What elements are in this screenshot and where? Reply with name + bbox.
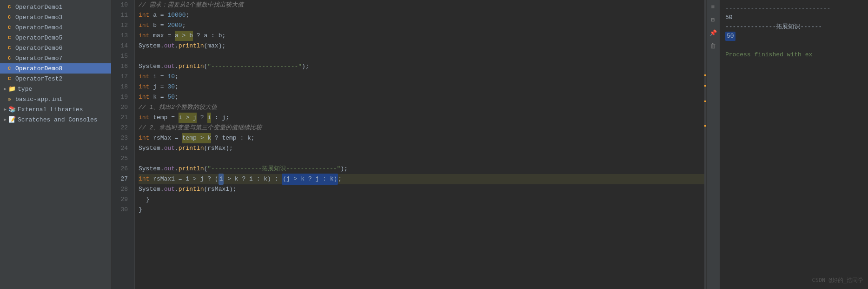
code-line-14: System.out.println(max);: [139, 41, 704, 51]
sidebar-item-label: basic-app.iml: [15, 96, 62, 103]
java-file-icon: C: [6, 34, 13, 41]
pin-icon[interactable]: 📌: [708, 28, 718, 38]
code-line-23: int rsMax = temp > k ? temp : k;: [139, 133, 704, 143]
sidebar-group-scratches[interactable]: ▶ 📝 Scratches and Consoles: [0, 114, 111, 125]
scratches-icon: 📝: [8, 116, 16, 123]
java-file-icon: C: [6, 24, 13, 31]
sidebar-group-label: type: [18, 86, 32, 93]
line-num-21: 21: [112, 113, 131, 123]
line-num-22: 22: [112, 123, 131, 133]
sidebar-group-type[interactable]: ▶ 📁 type: [0, 84, 111, 94]
sidebar-item-label: OperatorDemo3: [15, 14, 62, 21]
code-line-17: int i = 10;: [139, 72, 704, 82]
code-line-27: ● int rsMax1 = i > j ? (i > k ? i : k) :…: [139, 174, 704, 184]
code-line-25: [139, 154, 704, 164]
java-file-icon: C: [6, 65, 13, 72]
code-line-19: int k = 50;: [139, 92, 704, 102]
line-num-30: 30: [112, 205, 131, 215]
line-numbers: 10 11 12 13 14 15 16 17 18 19 20 21 22 2…: [112, 0, 135, 289]
sidebar-item-label: OperatorDemo5: [15, 34, 62, 41]
right-toolbar: ≡ ⊟ 📌 🗑: [706, 0, 719, 289]
console-line-dashes2: --------------拓展知识------: [725, 22, 862, 32]
line-num-14: 14: [112, 41, 131, 51]
code-line-28: System.out.println(rsMax1);: [139, 184, 704, 195]
sidebar-item-OperatorDemo3[interactable]: C OperatorDemo3: [0, 12, 111, 22]
code-line-24: System.out.println(rsMax);: [139, 143, 704, 154]
code-line-10: // 需求：需要从2个整数中找出较大值: [139, 0, 704, 10]
chevron-right-icon: ▶: [4, 117, 7, 122]
sidebar-item-label: OperatorTest2: [15, 75, 62, 82]
console-line-50-2: 50: [725, 32, 735, 41]
code-line-18: int j = 30;: [139, 82, 704, 92]
code-line-20: // 1、找出2个整数的较大值: [139, 102, 704, 113]
java-file-icon: C: [6, 13, 13, 21]
java-file-icon: C: [6, 3, 13, 11]
code-panel[interactable]: // 需求：需要从2个整数中找出较大值 int a = 10000; int b…: [135, 0, 704, 289]
line-num-15: 15: [112, 51, 131, 61]
console-panel: ----------------------------- 50 -------…: [719, 0, 868, 289]
sidebar-item-OperatorTest2[interactable]: C OperatorTest2: [0, 74, 111, 84]
code-line-22: // 2、拿临时变量与第三个变量的值继续比较: [139, 123, 704, 133]
file-tree: C OperatorDemo1 C OperatorDemo3 C Operat…: [0, 0, 112, 289]
line-num-29: 29: [112, 195, 131, 205]
sidebar-item-label: OperatorDemo1: [15, 4, 62, 11]
line-num-23: 23: [112, 133, 131, 143]
console-line-empty: [725, 41, 862, 50]
code-line-29: }: [139, 195, 704, 205]
code-line-13: int max = a > b ? a : b;: [139, 31, 704, 41]
console-watermark: CSDN @好的_浩同学: [812, 276, 863, 284]
editor-content: 10 11 12 13 14 15 16 17 18 19 20 21 22 2…: [112, 0, 706, 289]
sidebar-item-OperatorDemo1[interactable]: C OperatorDemo1: [0, 2, 111, 12]
sidebar-item-OperatorDemo5[interactable]: C OperatorDemo5: [0, 33, 111, 43]
line-num-19: 19: [112, 92, 131, 102]
sidebar-item-basic-app[interactable]: ⚙ basic-app.iml: [0, 94, 111, 104]
code-line-11: int a = 10000;: [139, 10, 704, 20]
code-line-30: }: [139, 205, 704, 215]
console-line-process: Process finished with ex: [725, 50, 862, 60]
line-num-20: 20: [112, 102, 131, 113]
sidebar-group-label: External Libraries: [18, 106, 83, 113]
library-icon: 📚: [8, 106, 16, 113]
line-num-11: 11: [112, 10, 131, 20]
line-num-25: 25: [112, 154, 131, 164]
java-file-icon: C: [6, 44, 13, 52]
java-file-icon: C: [6, 54, 13, 62]
line-num-16: 16: [112, 61, 131, 72]
delete-icon[interactable]: 🗑: [708, 41, 718, 51]
line-num-28: 28: [112, 184, 131, 195]
editor-area: 10 11 12 13 14 15 16 17 18 19 20 21 22 2…: [112, 0, 706, 289]
console-line-dashes1: -----------------------------: [725, 4, 862, 13]
sidebar-item-label: OperatorDemo4: [15, 24, 62, 31]
collapse-icon[interactable]: ⊟: [708, 15, 718, 25]
folder-icon: 📁: [8, 85, 16, 93]
line-num-24: 24: [112, 143, 131, 154]
sidebar-item-OperatorDemo8[interactable]: C OperatorDemo8: [0, 63, 111, 74]
code-line-16: System.out.println("--------------------…: [139, 61, 704, 72]
sidebar-group-external-libraries[interactable]: ▶ 📚 External Libraries: [0, 104, 111, 114]
sidebar-item-label: OperatorDemo6: [15, 45, 62, 52]
console-wrapper: ----------------------------- 50 -------…: [720, 0, 868, 289]
sidebar-item-OperatorDemo6[interactable]: C OperatorDemo6: [0, 43, 111, 53]
iml-file-icon: ⚙: [6, 95, 13, 103]
code-line-26: System.out.println("--------------拓展知识--…: [139, 164, 704, 174]
line-num-12: 12: [112, 20, 131, 31]
console-line-50-1: 50: [725, 13, 862, 22]
chevron-right-icon: ▶: [4, 107, 7, 112]
chevron-right-icon: ▶: [4, 86, 7, 92]
sidebar-item-OperatorDemo7[interactable]: C OperatorDemo7: [0, 53, 111, 63]
sidebar-group-label: Scratches and Consoles: [18, 116, 98, 123]
code-line-12: int b = 2000;: [139, 20, 704, 31]
sidebar-item-label: OperatorDemo8: [15, 65, 62, 72]
line-num-18: 18: [112, 82, 131, 92]
line-num-10: 10: [112, 0, 131, 10]
line-num-27: 27: [112, 174, 131, 184]
code-line-21: int temp = i > j ? i : j;: [139, 113, 704, 123]
java-file-icon: C: [6, 75, 13, 82]
reformat-icon[interactable]: ≡: [708, 2, 718, 12]
sidebar-item-OperatorDemo4[interactable]: C OperatorDemo4: [0, 22, 111, 33]
line-num-26: 26: [112, 164, 131, 174]
console-output[interactable]: ----------------------------- 50 -------…: [720, 0, 868, 289]
line-num-13: 13: [112, 31, 131, 41]
code-line-15: [139, 51, 704, 61]
sidebar-item-label: OperatorDemo7: [15, 55, 62, 62]
